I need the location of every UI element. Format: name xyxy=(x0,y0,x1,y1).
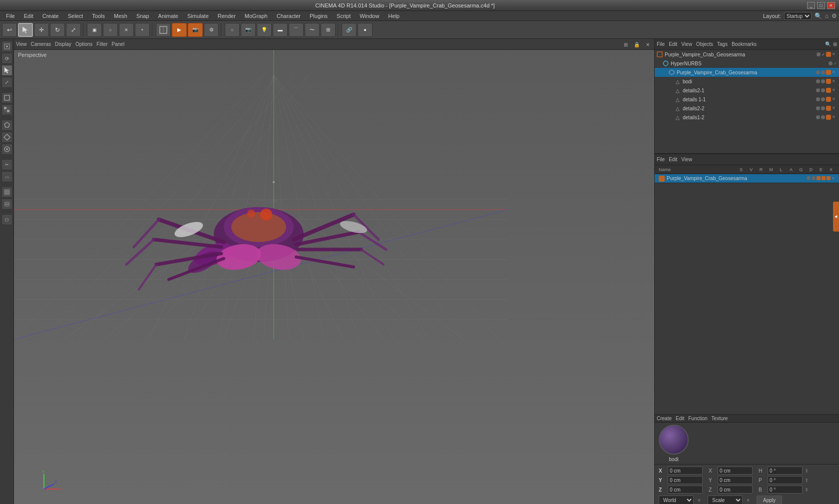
move-tool[interactable]: ✛ xyxy=(34,23,49,37)
om-view[interactable]: View xyxy=(681,41,692,47)
om-objects[interactable]: Objects xyxy=(696,41,713,47)
light-bulb[interactable]: ● xyxy=(358,23,373,37)
camera-object[interactable]: 📷 xyxy=(241,23,256,37)
texture-mode[interactable]: ✕ xyxy=(119,23,134,37)
coord-hy-input[interactable] xyxy=(718,476,753,484)
om-item-1[interactable]: HyperNURBS ✓ xyxy=(655,59,839,68)
vp-menu-panel[interactable]: Panel xyxy=(112,41,125,47)
settings-icon[interactable]: ⚙ xyxy=(832,12,837,19)
axis-mode[interactable]: + xyxy=(135,23,150,37)
menu-help[interactable]: Help xyxy=(384,12,404,20)
scale-system-dropdown[interactable]: Scale Size xyxy=(708,496,743,504)
null-object[interactable]: ○ xyxy=(225,23,240,37)
model-mode[interactable]: ▣ xyxy=(87,23,102,37)
am-file[interactable]: File xyxy=(657,157,665,162)
menu-mesh[interactable]: Mesh xyxy=(110,12,131,20)
scale-tool[interactable]: ⤢ xyxy=(66,23,81,37)
mat-item-0[interactable]: bodi xyxy=(659,425,689,462)
menu-edit[interactable]: Edit xyxy=(20,12,37,20)
coord-p-input[interactable] xyxy=(768,476,803,484)
om-file[interactable]: File xyxy=(657,41,665,47)
lt-layers[interactable] xyxy=(1,199,12,210)
lt-hair[interactable]: ⚇ xyxy=(1,214,12,225)
render-picture[interactable]: 📷 xyxy=(188,23,203,37)
apply-button[interactable]: Apply xyxy=(757,496,782,504)
spline-tool[interactable]: 〜 xyxy=(305,23,320,37)
coord-b-arrows[interactable]: ⬆ xyxy=(805,487,813,493)
lt-move[interactable] xyxy=(1,41,12,52)
viewport-lock-icon[interactable]: 🔒 xyxy=(632,40,641,49)
menu-tools[interactable]: Tools xyxy=(88,12,109,20)
viewport-expand-icon[interactable]: ⊞ xyxy=(621,40,630,49)
om-expand-icon[interactable]: ⊞ xyxy=(833,41,837,47)
xpresso-tag[interactable]: 🔗 xyxy=(342,23,357,37)
lt-polygon[interactable] xyxy=(1,120,12,131)
rotate-tool[interactable]: ↻ xyxy=(50,23,65,37)
menu-plugins[interactable]: Plugins xyxy=(306,12,332,20)
om-item-6[interactable]: △ details2-2 ✕ xyxy=(655,104,839,113)
menu-file[interactable]: File xyxy=(2,12,19,20)
light-object[interactable]: 💡 xyxy=(257,23,272,37)
menu-render[interactable]: Render xyxy=(214,12,240,20)
menu-animate[interactable]: Animate xyxy=(154,12,182,20)
coord-h-input[interactable] xyxy=(768,467,803,475)
maximize-button[interactable]: □ xyxy=(817,2,825,9)
lt-edge[interactable] xyxy=(1,132,12,143)
layout-dropdown[interactable]: Startup xyxy=(784,12,812,20)
lt-point[interactable] xyxy=(1,144,12,155)
coord-system-dropdown[interactable]: World Object Local xyxy=(659,496,694,504)
menu-script[interactable]: Script xyxy=(333,12,355,20)
am-view[interactable]: View xyxy=(681,157,692,162)
menu-create[interactable]: Create xyxy=(38,12,63,20)
coord-z-input[interactable] xyxy=(668,486,703,494)
close-button[interactable]: ✕ xyxy=(827,2,835,9)
coord-x-input[interactable] xyxy=(668,467,703,475)
coord-system-arrow[interactable]: ▼ xyxy=(697,498,705,503)
floor-object[interactable]: ▬ xyxy=(273,23,288,37)
coord-hx-input[interactable] xyxy=(718,467,753,475)
bend-deformer[interactable]: ⌒ xyxy=(289,23,304,37)
viewport-close-icon[interactable]: ✕ xyxy=(643,40,652,49)
om-item-2[interactable]: Purple_Vampire_Crab_Geosesarma ✕ xyxy=(655,68,839,77)
om-tags[interactable]: Tags xyxy=(717,41,728,47)
om-bookmarks[interactable]: Bookmarks xyxy=(732,41,757,47)
lt-checkerboard[interactable] xyxy=(1,104,12,115)
scale-system-arrow[interactable]: ▼ xyxy=(746,498,754,503)
am-row-0[interactable]: Purple_Vampire_Crab_Geosesarma ✕ xyxy=(655,174,839,183)
am-edit[interactable]: Edit xyxy=(669,157,677,162)
coord-p-arrows[interactable]: ⬆ xyxy=(805,478,813,483)
render-region[interactable] xyxy=(156,23,171,37)
undo-button[interactable]: ↩ xyxy=(2,23,17,37)
mat-edit[interactable]: Edit xyxy=(676,416,684,421)
vp-menu-display[interactable]: Display xyxy=(55,41,71,47)
lt-knife[interactable]: ✂ xyxy=(1,159,12,170)
om-item-5[interactable]: △ details 1-1 ✕ xyxy=(655,95,839,104)
lt-select[interactable] xyxy=(1,65,12,76)
coord-y-input[interactable] xyxy=(668,476,703,484)
menu-window[interactable]: Window xyxy=(356,12,383,20)
om-item-7[interactable]: △ details1-2 ✕ xyxy=(655,113,839,122)
menu-select[interactable]: Select xyxy=(64,12,87,20)
om-item-3[interactable]: △ bodi ✕ xyxy=(655,77,839,86)
lt-scale[interactable]: ⤢ xyxy=(1,77,12,88)
right-edge-tab[interactable]: ◀ xyxy=(833,202,839,232)
array-tool[interactable]: ⊞ xyxy=(321,23,336,37)
lt-box[interactable] xyxy=(1,92,12,103)
coord-b-input[interactable] xyxy=(768,486,803,494)
mat-texture[interactable]: Texture xyxy=(712,416,728,421)
om-search-icon[interactable]: 🔍 xyxy=(825,41,831,47)
lt-rotate[interactable]: ⟳ xyxy=(1,53,12,64)
coord-hz-input[interactable] xyxy=(718,486,753,494)
vp-menu-options[interactable]: Options xyxy=(75,41,92,47)
mat-function[interactable]: Function xyxy=(688,416,707,421)
menu-character[interactable]: Character xyxy=(273,12,305,20)
vp-menu-cameras[interactable]: Cameras xyxy=(31,41,51,47)
menu-mograph[interactable]: MoGraph xyxy=(241,12,272,20)
select-tool[interactable] xyxy=(18,23,33,37)
render-settings[interactable]: ⚙ xyxy=(204,23,219,37)
om-item-4[interactable]: △ details2-1 ✕ xyxy=(655,86,839,95)
home-icon[interactable]: ⌂ xyxy=(825,12,829,19)
viewport-canvas[interactable]: Perspective X Y Z xyxy=(14,50,654,504)
mat-create[interactable]: Create xyxy=(657,416,672,421)
om-item-0[interactable]: Purple_Vampire_Crab_Geosesarma ✓ ✕ xyxy=(655,50,839,59)
